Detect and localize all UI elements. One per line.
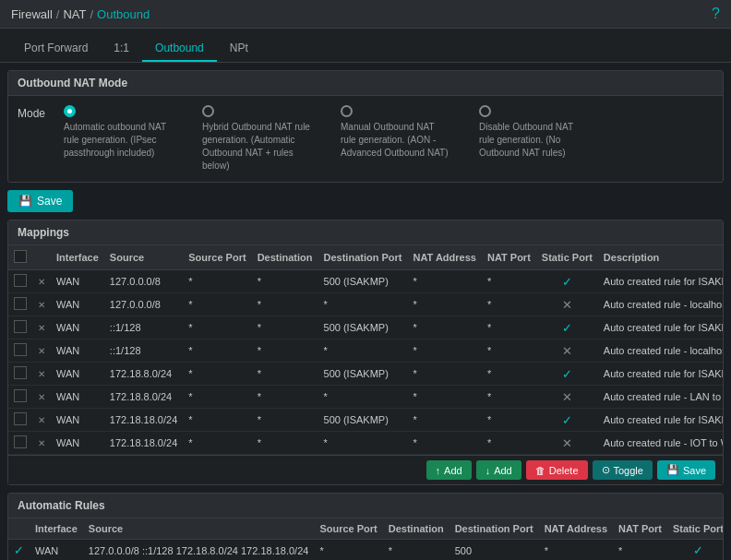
row-static-2: ✓ (536, 316, 598, 340)
row-nat-port-2: * (482, 316, 536, 340)
row-dest-port-6: 500 (ISAKMP) (318, 409, 408, 432)
auto-col-dest-port: Destination Port (449, 518, 539, 540)
mappings-title: Mappings (8, 220, 723, 245)
auto-src-port-0: * (314, 540, 382, 561)
row-dest-port-0: 500 (ISAKMP) (318, 270, 408, 293)
tab-npt[interactable]: NPt (217, 36, 261, 62)
row-nat-addr-4: * (407, 363, 481, 386)
mode-option-disable[interactable]: Disable Outbound NAT rule generation. (N… (479, 105, 590, 173)
auto-col-nat-port: NAT Port (613, 518, 667, 540)
radio-automatic[interactable] (64, 105, 76, 117)
row-src-port-6: * (183, 409, 251, 432)
row-src-port-7: * (183, 432, 251, 455)
auto-check-0: ✓ (8, 540, 30, 561)
row-x-6: ✕ (32, 409, 51, 432)
row-checkbox-0[interactable] (8, 270, 32, 293)
nat-mode-save-button[interactable]: 💾 Save (7, 190, 73, 212)
row-checkbox-3[interactable] (8, 340, 32, 363)
mode-desc-1: Hybrid Outbound NAT rule generation. (Au… (202, 121, 313, 173)
auto-nat-port-0: * (613, 540, 667, 561)
mappings-header-row: Interface Source Source Port Destination… (8, 245, 723, 270)
toggle-button[interactable]: ⊙ Toggle (593, 460, 653, 480)
row-source-3: ::1/128 (104, 340, 183, 363)
row-static-7: ✕ (536, 432, 598, 455)
row-checkbox-2[interactable] (8, 316, 32, 340)
row-x-0: ✕ (32, 270, 51, 293)
radio-row-0 (64, 105, 76, 117)
row-static-5: ✕ (536, 386, 598, 409)
row-x-5: ✕ (32, 386, 51, 409)
breadcrumb-sep1: / (56, 7, 60, 21)
add-down-icon: ↓ (485, 465, 491, 476)
help-icon[interactable]: ? (712, 6, 720, 22)
row-nat-port-7: * (482, 432, 536, 455)
row-src-port-3: * (183, 340, 251, 363)
mode-option-manual[interactable]: Manual Outbound NAT rule generation. (AO… (341, 105, 451, 173)
auto-rules-header-row: Interface Source Source Port Destination… (8, 518, 723, 540)
toggle-label: Toggle (614, 465, 643, 476)
row-src-port-0: * (183, 270, 251, 293)
auto-col-dest: Destination (383, 518, 449, 540)
row-iface-5: WAN (51, 386, 104, 409)
auto-col-iface: Interface (30, 518, 83, 540)
row-checkbox-7[interactable] (8, 432, 32, 455)
mode-option-automatic[interactable]: Automatic outbound NAT rule generation. … (64, 105, 174, 173)
mappings-save-button[interactable]: 💾 Save (657, 460, 715, 480)
row-checkbox-4[interactable] (8, 363, 32, 386)
row-iface-6: WAN (51, 409, 104, 432)
radio-hybrid[interactable] (202, 105, 214, 117)
mode-desc-0: Automatic outbound NAT rule generation. … (64, 121, 174, 160)
add-down-button[interactable]: ↓ Add (476, 460, 521, 480)
auto-rules-table-wrap: Interface Source Source Port Destination… (8, 518, 723, 560)
add-up-label: Add (444, 465, 462, 476)
table-row: ✕ WAN 127.0.0.0/8 * * 500 (ISAKMP) * * ✓… (8, 270, 723, 293)
radio-disable[interactable] (479, 105, 491, 117)
row-nat-addr-2: * (407, 316, 481, 340)
row-x-1: ✕ (32, 293, 51, 316)
add-up-button[interactable]: ↑ Add (426, 460, 472, 480)
row-iface-4: WAN (51, 363, 104, 386)
row-x-2: ✕ (32, 316, 51, 340)
save-icon2: 💾 (666, 464, 679, 476)
row-static-3: ✕ (536, 340, 598, 363)
breadcrumb-firewall: Firewall (11, 7, 53, 21)
row-dest-port-1: * (318, 293, 408, 316)
row-desc-6: Auto created rule for ISAKMP - IOT to WA… (598, 409, 723, 432)
mappings-table: Interface Source Source Port Destination… (8, 245, 723, 455)
auto-col-nat-addr: NAT Address (539, 518, 613, 540)
tab-1to1[interactable]: 1:1 (101, 36, 142, 62)
radio-manual[interactable] (341, 105, 353, 117)
row-src-port-5: * (183, 386, 251, 409)
row-nat-port-1: * (482, 293, 536, 316)
mode-option-hybrid[interactable]: Hybrid Outbound NAT rule generation. (Au… (202, 105, 313, 173)
breadcrumb-current: Outbound (97, 7, 150, 21)
row-nat-port-3: * (482, 340, 536, 363)
col-nat-address: NAT Address (407, 245, 481, 270)
delete-button[interactable]: 🗑 Delete (526, 460, 588, 480)
row-iface-3: WAN (51, 340, 104, 363)
radio-row-1 (202, 105, 214, 117)
row-checkbox-6[interactable] (8, 409, 32, 432)
breadcrumb: Firewall / NAT / Outbound (11, 7, 150, 21)
table-row: ✕ WAN ::1/128 * * * * * ✕ Auto created r… (8, 340, 723, 363)
row-source-1: 127.0.0.0/8 (104, 293, 183, 316)
row-checkbox-5[interactable] (8, 386, 32, 409)
row-source-0: 127.0.0.0/8 (104, 270, 183, 293)
row-static-4: ✓ (536, 363, 598, 386)
tab-port-forward[interactable]: Port Forward (11, 36, 101, 62)
row-checkbox-1[interactable] (8, 293, 32, 316)
auto-col-check (8, 518, 30, 540)
mappings-section: Mappings Interface Source Source Port De… (7, 220, 724, 485)
row-dest-3: * (252, 340, 318, 363)
row-nat-addr-1: * (407, 293, 481, 316)
auto-col-src-port: Source Port (314, 518, 382, 540)
table-row: ✕ WAN 172.18.8.0/24 * * * * * ✕ Auto cre… (8, 386, 723, 409)
add-up-icon: ↑ (436, 465, 441, 476)
add-down-label: Add (494, 465, 512, 476)
save-icon: 💾 (18, 195, 32, 208)
row-static-6: ✓ (536, 409, 598, 432)
auto-static-0: ✓ (667, 540, 723, 561)
tab-outbound[interactable]: Outbound (142, 36, 217, 62)
mode-options: Automatic outbound NAT rule generation. … (64, 105, 713, 173)
trash-icon: 🗑 (535, 465, 545, 476)
